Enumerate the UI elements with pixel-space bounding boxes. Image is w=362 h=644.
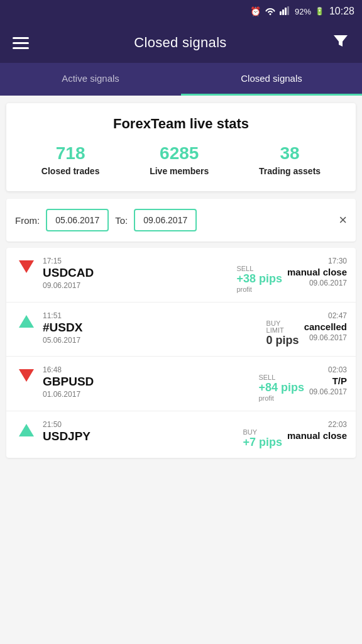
svg-rect-0: [280, 11, 282, 15]
closed-trades-number: 718: [56, 143, 85, 164]
signal-time-close: 22:03: [328, 420, 347, 429]
live-members-number: 6285: [160, 143, 199, 164]
direction-arrow: [15, 311, 38, 328]
arrow-up-icon: [19, 315, 34, 328]
header-title: Closed signals: [134, 35, 226, 51]
signal-close-type: manual close: [287, 430, 347, 441]
signal-row[interactable]: 11:51 #USDX 05.06.2017 BUY LIMIT 0 pips …: [6, 303, 356, 357]
stats-card: ForexTeam live stats 718 Closed trades 6…: [6, 103, 356, 191]
menu-button[interactable]: [13, 37, 29, 49]
stats-row: 718 Closed trades 6285 Live members 38 T…: [16, 143, 346, 176]
signal-row[interactable]: 17:15 USDCAD 09.06.2017 SELL +38 pips pr…: [6, 248, 356, 303]
filter-button[interactable]: [332, 32, 349, 53]
signal-main-info: 11:51 #USDX 05.06.2017: [43, 311, 261, 345]
signal-time-open: 11:51: [43, 311, 261, 320]
stat-trading-assets: 38 Trading assets: [259, 143, 321, 176]
tab-active-signals[interactable]: Active signals: [0, 63, 181, 96]
signal-pips: +7 pips: [243, 436, 282, 449]
battery-icon: 🔋: [315, 7, 324, 16]
signal-main-info: 17:15 USDCAD 09.06.2017: [43, 257, 231, 290]
signal-pips-info: BUY LIMIT 0 pips: [266, 311, 299, 347]
signal-icon: [280, 6, 291, 17]
signal-time-open: 21:50: [43, 420, 238, 429]
app-header: Closed signals: [0, 23, 362, 63]
tab-closed-signals[interactable]: Closed signals: [181, 63, 362, 96]
battery-text: 92%: [295, 7, 311, 16]
status-icons: ⏰ 92% 🔋: [250, 6, 324, 17]
trading-assets-number: 38: [280, 143, 300, 164]
direction-arrow: [15, 257, 38, 273]
signal-date-open: 01.06.2017: [43, 390, 253, 399]
tabs-bar: Active signals Closed signals: [0, 63, 362, 96]
signal-time-open: 17:15: [43, 257, 231, 265]
signal-profit-label: profit: [236, 286, 251, 293]
svg-rect-3: [287, 6, 289, 15]
signal-date-open: 05.06.2017: [43, 336, 261, 345]
signals-list: 17:15 USDCAD 09.06.2017 SELL +38 pips pr…: [6, 248, 356, 458]
signal-close-info: 22:03 manual close: [287, 420, 347, 442]
signal-main-info: 16:48 GBPUSD 01.06.2017: [43, 365, 253, 399]
signal-type: BUY: [243, 429, 257, 436]
signal-date-close: 09.06.2017: [309, 333, 347, 342]
to-date-input[interactable]: 09.06.2017: [134, 209, 197, 231]
status-time: 10:28: [329, 6, 354, 17]
signal-pips: +38 pips: [236, 272, 282, 286]
svg-rect-2: [285, 8, 287, 15]
signal-close-type: T/P: [332, 375, 347, 386]
arrow-up-icon: [19, 424, 34, 436]
status-bar: ⏰ 92% 🔋 10:28: [0, 0, 362, 23]
signal-row[interactable]: 16:48 GBPUSD 01.06.2017 SELL +84 pips pr…: [6, 357, 356, 411]
signal-pips-info: SELL +38 pips profit: [236, 257, 282, 293]
stats-title: ForexTeam live stats: [16, 116, 346, 132]
closed-trades-label: Closed trades: [41, 166, 100, 176]
signal-pips-info: BUY +7 pips: [243, 420, 282, 449]
signal-name: USDCAD: [43, 267, 231, 280]
stat-live-members: 6285 Live members: [150, 143, 209, 176]
signal-name: #USDX: [43, 321, 261, 335]
signal-pips-info: SELL +84 pips profit: [258, 365, 304, 402]
signal-time-close: 02:03: [328, 365, 347, 374]
signal-time-open: 16:48: [43, 365, 253, 374]
signal-date-close: 09.06.2017: [309, 387, 347, 396]
signal-type: SELL: [258, 374, 275, 381]
signal-name: GBPUSD: [43, 375, 253, 389]
stat-closed-trades: 718 Closed trades: [41, 143, 100, 176]
signal-row[interactable]: 21:50 USDJPY BUY +7 pips 22:03 manual cl…: [6, 411, 356, 458]
signal-pips: +84 pips: [258, 381, 304, 394]
wifi-icon: [265, 6, 276, 17]
from-date-input[interactable]: 05.06.2017: [46, 209, 109, 231]
signal-profit-label: profit: [258, 394, 273, 402]
signal-close-type: cancelled: [304, 321, 347, 332]
signal-name: USDJPY: [43, 430, 238, 443]
signal-type: BUY LIMIT: [266, 320, 284, 334]
direction-arrow: [15, 365, 38, 382]
from-label: From:: [15, 215, 40, 226]
clear-date-button[interactable]: ×: [339, 213, 347, 227]
signal-close-info: 02:03 T/P 09.06.2017: [309, 365, 347, 396]
to-label: To:: [115, 215, 128, 226]
signal-date-open: 09.06.2017: [43, 281, 231, 290]
trading-assets-label: Trading assets: [259, 166, 321, 176]
arrow-down-icon: [19, 369, 34, 382]
direction-arrow: [15, 420, 38, 436]
signal-close-info: 17:30 manual close 09.06.2017: [287, 257, 347, 287]
date-filter: From: 05.06.2017 To: 09.06.2017 ×: [6, 199, 356, 242]
signal-close-type: manual close: [287, 267, 347, 277]
svg-rect-1: [282, 9, 284, 15]
alarm-icon: ⏰: [250, 6, 261, 16]
signal-pips: 0 pips: [266, 334, 299, 347]
signal-close-info: 02:47 cancelled 09.06.2017: [304, 311, 347, 342]
signal-main-info: 21:50 USDJPY: [43, 420, 238, 445]
signal-time-close: 02:47: [328, 311, 347, 320]
live-members-label: Live members: [150, 166, 209, 176]
signal-type: SELL: [236, 265, 253, 272]
signal-time-close: 17:30: [328, 257, 347, 265]
signal-date-close: 09.06.2017: [309, 279, 347, 287]
arrow-down-icon: [19, 260, 34, 273]
